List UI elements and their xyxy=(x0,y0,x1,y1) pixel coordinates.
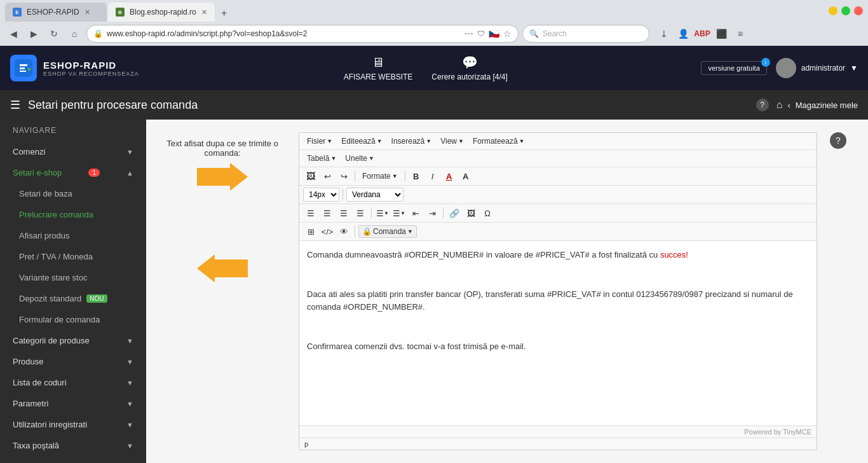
align-left-btn[interactable]: ☰ xyxy=(303,206,318,220)
editor-line-2 xyxy=(307,268,809,282)
sidebar-item-pret-tva[interactable]: Pret / TVA / Moneda xyxy=(0,246,146,267)
sidebar-item-utilizatori[interactable]: Utilizatori inregistrati ▼ xyxy=(0,414,146,435)
ordered-list-btn[interactable]: ☰▼ xyxy=(391,206,407,220)
back-button[interactable]: ◀ xyxy=(5,25,22,42)
sidebar-label-formular-comanda: Formular de comanda xyxy=(19,315,100,324)
align-center-btn[interactable]: ☰ xyxy=(320,206,335,220)
home-breadcrumb-icon[interactable]: ⌂ xyxy=(776,99,783,111)
menu-unelte-label: Unelte xyxy=(345,154,367,163)
search-bar[interactable]: 🔍 Search xyxy=(522,25,649,43)
extension-icon[interactable]: ⬛ xyxy=(713,25,729,42)
forward-button[interactable]: ▶ xyxy=(25,25,42,42)
chevron-icon-utilizatori: ▼ xyxy=(126,421,133,429)
new-tab-button[interactable]: + xyxy=(216,5,233,22)
redo-btn[interactable]: ↪ xyxy=(336,169,351,183)
font-family-select[interactable]: Verdana xyxy=(346,188,403,202)
menu-fisier-label: Fisier xyxy=(307,137,325,146)
sidebar-item-comenzi[interactable]: Comenzi ▼ xyxy=(0,141,146,162)
code-btn[interactable]: </> xyxy=(320,225,335,238)
menu-view[interactable]: View ▼ xyxy=(437,135,468,148)
outdent-btn[interactable]: ⇤ xyxy=(408,206,423,220)
navigate-label: Navigare xyxy=(0,120,146,141)
preview-btn[interactable]: 👁 xyxy=(336,225,351,238)
close-button[interactable] xyxy=(854,6,863,15)
format-select[interactable]: Formate ▼ xyxy=(358,170,402,183)
link-btn[interactable]: 🔗 xyxy=(447,206,462,220)
special-char-btn[interactable]: Ω xyxy=(480,206,495,220)
adblock-icon[interactable]: ABP xyxy=(694,25,710,42)
menu-tabela[interactable]: Tabelă ▼ xyxy=(303,152,340,165)
menu-icon[interactable]: ≡ xyxy=(732,25,749,42)
sidebar-item-formular-comanda[interactable]: Formular de comanda xyxy=(0,309,146,330)
address-bar[interactable]: 🔒 www.eshop-rapid.ro/admin/script.php?vo… xyxy=(86,25,519,43)
tb-separator-6 xyxy=(355,226,355,237)
hamburger-button[interactable]: ☰ xyxy=(10,98,20,112)
admin-avatar xyxy=(776,58,796,78)
search-icon: 🔍 xyxy=(529,29,539,38)
sidebar-item-depozit-standard[interactable]: Depozit standard NOU xyxy=(0,288,146,309)
menu-insereaza[interactable]: Inserează ▼ xyxy=(388,135,436,148)
undo-btn[interactable]: ↩ xyxy=(320,169,335,183)
sidebar-item-produse[interactable]: Produse ▼ xyxy=(0,351,146,372)
sidebar-item-afisari-produs[interactable]: Afisari produs xyxy=(0,225,146,246)
help-circle-icon[interactable]: ? xyxy=(830,132,846,149)
nav-afisare-website[interactable]: 🖥 AFISARE WEBSITE xyxy=(344,55,413,81)
shield-icon: 🛡 xyxy=(477,29,485,38)
nav-cerere-autorizata[interactable]: 💬 Cerere autorizata [4/4] xyxy=(431,55,507,81)
sidebar-item-setari-baza[interactable]: Setari de baza xyxy=(0,183,146,204)
maximize-button[interactable] xyxy=(841,6,850,15)
image-btn[interactable]: 🖼 xyxy=(463,206,478,220)
table-btn[interactable]: ⊞ xyxy=(303,225,318,238)
insert-image-toolbar-btn[interactable]: 🖼 xyxy=(303,169,318,183)
menu-editeaza[interactable]: Editeează ▼ xyxy=(337,135,386,148)
sidebar-item-categorii-produse[interactable]: Categorii de produse ▼ xyxy=(0,330,146,351)
menu-formateaza[interactable]: Formateează ▼ xyxy=(469,135,529,148)
help-icon[interactable]: ? xyxy=(756,99,769,111)
breadcrumb-label: Magazinele mele xyxy=(796,100,858,110)
browser-toolbar-icons: ⤓ 👤 ABP ⬛ ≡ xyxy=(656,25,749,42)
user-icon[interactable]: 👤 xyxy=(675,25,691,42)
menu-fisier[interactable]: Fisier ▼ xyxy=(303,135,336,148)
italic-btn[interactable]: I xyxy=(425,169,440,183)
tab-blog[interactable]: B Blog.eshop-rapid.ro ✕ xyxy=(108,3,215,22)
sidebar-item-setari-eshop[interactable]: Setari e-shop 1 ▲ xyxy=(0,162,146,183)
sidebar-item-variante-stare[interactable]: Variante stare stoc xyxy=(0,267,146,288)
editeaza-arrow: ▼ xyxy=(377,138,383,144)
unordered-list-btn[interactable]: ☰▼ xyxy=(375,206,390,220)
sidebar-item-prelucrare-comanda[interactable]: Prelucrare comanda xyxy=(0,204,146,225)
tab-eshop-rapid[interactable]: E ESHOP-RAPID ✕ xyxy=(5,3,107,22)
page-title: Setari pentru procesare comanda xyxy=(28,99,749,112)
info-dot: i xyxy=(761,58,770,67)
font-size-select[interactable]: 14px xyxy=(303,188,339,202)
format-arrow: ▼ xyxy=(392,173,398,179)
refresh-button[interactable]: ↻ xyxy=(46,25,62,42)
tab-icon-blog: B xyxy=(116,8,125,17)
sidebar-item-parametri[interactable]: Parametri ▼ xyxy=(0,393,146,414)
download-icon[interactable]: ⤓ xyxy=(656,25,672,42)
menu-unelte[interactable]: Unelte ▼ xyxy=(341,152,378,165)
svg-marker-3 xyxy=(197,254,248,282)
editor-content-area[interactable]: Comanda dumneavoastră #ORDER_NUMBER# in … xyxy=(299,241,817,425)
comanda-btn[interactable]: 🔒 Comanda ▼ xyxy=(358,225,417,238)
unelte-arrow: ▼ xyxy=(369,155,374,162)
bold-btn[interactable]: B xyxy=(409,169,424,183)
admin-name: administrator xyxy=(801,64,845,73)
align-right-btn[interactable]: ☰ xyxy=(336,206,351,220)
indent-btn[interactable]: ⇥ xyxy=(424,206,440,220)
editor-line-3: Daca ati ales sa platiti prin transfer b… xyxy=(307,288,809,315)
align-justify-btn[interactable]: ☰ xyxy=(353,206,368,220)
minimize-button[interactable] xyxy=(829,6,837,15)
sidebar-item-taxa-postala[interactable]: Taxa poştală ▼ xyxy=(0,435,146,456)
tab-close-eshop[interactable]: ✕ xyxy=(85,8,90,17)
home-button[interactable]: ⌂ xyxy=(66,25,83,42)
tb-separator-4 xyxy=(371,207,372,219)
tab-close-blog[interactable]: ✕ xyxy=(201,8,207,17)
arrow-left-icon xyxy=(197,254,248,282)
sidebar-item-lista-coduri[interactable]: Lista de coduri ▼ xyxy=(0,372,146,393)
highlight-btn[interactable]: A xyxy=(458,169,473,183)
admin-area[interactable]: administrator ▼ xyxy=(776,58,858,78)
tab-label-blog: Blog.eshop-rapid.ro xyxy=(130,8,196,17)
sidebar-item-exporta[interactable]: Exporta ▼ xyxy=(0,456,146,463)
star-icon[interactable]: ☆ xyxy=(503,29,512,39)
font-color-btn[interactable]: A xyxy=(442,169,457,183)
